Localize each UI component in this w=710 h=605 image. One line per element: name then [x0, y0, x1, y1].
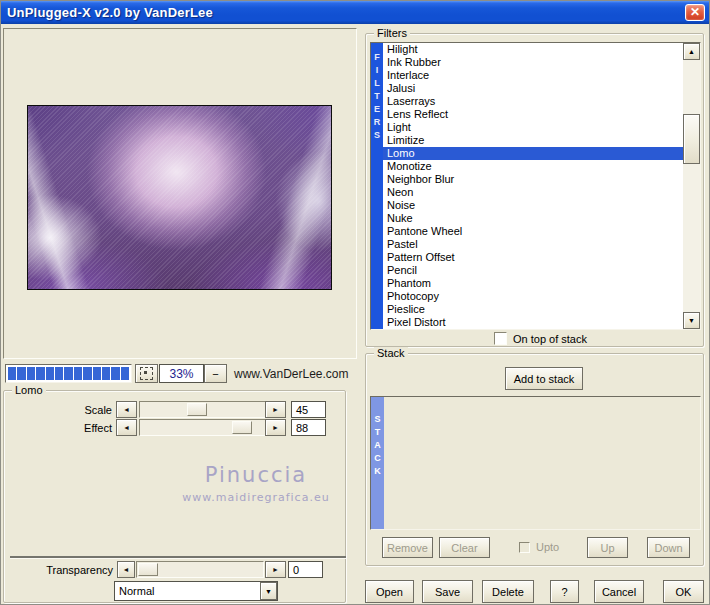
scale-slider-track[interactable] — [139, 401, 266, 418]
progress-segment — [27, 367, 35, 380]
progress-segment — [64, 367, 72, 380]
progress-segment — [46, 367, 54, 380]
scroll-up-icon[interactable]: ▲ — [683, 43, 700, 60]
stack-list[interactable] — [384, 397, 700, 529]
separator-line — [10, 556, 346, 559]
progress-segment — [36, 367, 44, 380]
stack-listbox[interactable]: STACK — [370, 396, 701, 530]
filter-list-item[interactable]: Neon — [383, 186, 683, 199]
effect-decrement-button[interactable]: ◄ — [116, 419, 137, 436]
filter-list-item[interactable]: Phantom — [383, 277, 683, 290]
ok-button[interactable]: OK — [663, 580, 704, 603]
transparency-value-input[interactable]: 0 — [288, 561, 323, 578]
filter-list-item[interactable]: Monotize — [383, 160, 683, 173]
scale-decrement-button[interactable]: ◄ — [116, 401, 137, 418]
watermark-site: www.maidiregrafica.eu — [151, 491, 361, 504]
effect-increment-button[interactable]: ► — [265, 419, 286, 436]
scale-label: Scale — [4, 404, 112, 416]
progress-segment — [102, 367, 110, 380]
marquee-icon — [140, 367, 153, 380]
filter-list-item[interactable]: Interlace — [383, 69, 683, 82]
filter-list-item[interactable]: Ink Rubber — [383, 56, 683, 69]
down-button[interactable]: Down — [647, 537, 690, 558]
scroll-down-icon[interactable]: ▼ — [683, 312, 700, 329]
scale-slider-thumb[interactable] — [187, 403, 207, 416]
upto-checkbox[interactable] — [519, 542, 530, 553]
upto-option[interactable]: Upto — [519, 541, 559, 553]
filter-list-item[interactable]: Lens Reflect — [383, 108, 683, 121]
stack-vertical-tab: STACK — [371, 397, 384, 529]
on-top-of-stack-option[interactable]: On top of stack — [494, 332, 587, 345]
filter-list-item[interactable]: Lomo — [383, 147, 683, 160]
stack-group: Stack Add to stack STACK Remove Clear Up… — [365, 353, 704, 566]
filter-list-item[interactable]: Pastel — [383, 238, 683, 251]
filter-list[interactable]: HilightInk RubberInterlaceJalusiLaserray… — [383, 43, 683, 329]
progress-segment — [17, 367, 25, 380]
scrollbar-thumb[interactable] — [683, 114, 700, 164]
filters-scrollbar[interactable]: ▲ ▼ — [683, 43, 700, 329]
effect-slider-track[interactable] — [139, 419, 266, 436]
progress-segment — [93, 367, 101, 380]
filters-group-label: Filters — [374, 27, 410, 39]
filters-vertical-tab: FILTERS — [371, 43, 383, 329]
unplugged-x-dialog: UnPlugged-X v2.0 by VanDerLee ✕ 33% − ww… — [0, 0, 710, 605]
filter-list-item[interactable]: Pieslice — [383, 303, 683, 316]
preview-panel[interactable] — [3, 28, 357, 359]
open-button[interactable]: Open — [365, 580, 414, 603]
filter-list-item[interactable]: Pixel Distort — [383, 316, 683, 329]
scale-increment-button[interactable]: ► — [265, 401, 286, 418]
chevron-down-icon[interactable]: ▼ — [260, 582, 277, 600]
scale-value-input[interactable]: 45 — [291, 401, 326, 418]
filter-list-item[interactable]: Pencil — [383, 264, 683, 277]
title-bar[interactable]: UnPlugged-X v2.0 by VanDerLee ✕ — [1, 1, 709, 24]
filter-list-item[interactable]: Limitize — [383, 134, 683, 147]
effect-slider-thumb[interactable] — [232, 421, 252, 434]
add-to-stack-button[interactable]: Add to stack — [505, 367, 583, 390]
transparency-decrement-button[interactable]: ◄ — [117, 561, 135, 578]
zoom-out-button[interactable]: − — [204, 364, 227, 383]
delete-button[interactable]: Delete — [482, 580, 534, 603]
close-icon[interactable]: ✕ — [685, 4, 705, 21]
filter-list-item[interactable]: Neighbor Blur — [383, 173, 683, 186]
save-button[interactable]: Save — [422, 580, 473, 603]
filter-list-item[interactable]: Jalusi — [383, 82, 683, 95]
filter-list-item[interactable]: Pattern Offset — [383, 251, 683, 264]
filters-listbox: FILTERS HilightInk RubberInterlaceJalusi… — [370, 42, 701, 330]
transparency-increment-button[interactable]: ► — [265, 561, 286, 578]
progress-segment — [74, 367, 82, 380]
filter-list-item[interactable]: Nuke — [383, 212, 683, 225]
zoom-level[interactable]: 33% — [159, 364, 204, 383]
transparency-slider-thumb[interactable] — [138, 563, 158, 576]
transparency-slider-track[interactable] — [136, 561, 264, 578]
help-button[interactable]: ? — [550, 580, 579, 603]
up-button[interactable]: Up — [587, 537, 628, 558]
filters-group: Filters FILTERS HilightInk RubberInterla… — [365, 33, 704, 347]
effect-label: Effect — [4, 422, 112, 434]
remove-button[interactable]: Remove — [382, 537, 433, 558]
vanderlee-link[interactable]: www.VanDerLee.com — [234, 367, 349, 381]
clear-button[interactable]: Clear — [439, 537, 490, 558]
preview-select-button[interactable] — [135, 364, 158, 383]
progress-segment — [8, 367, 16, 380]
progress-segment — [111, 367, 119, 380]
cancel-button[interactable]: Cancel — [594, 580, 644, 603]
filter-list-item[interactable]: Light — [383, 121, 683, 134]
blend-mode-dropdown[interactable]: Normal ▼ — [114, 581, 278, 601]
progress-segment — [121, 367, 129, 380]
progress-segment — [83, 367, 91, 380]
effect-value-input[interactable]: 88 — [291, 419, 326, 436]
upto-label: Upto — [536, 541, 559, 553]
progress-segment — [55, 367, 63, 380]
filter-list-item[interactable]: Hilight — [383, 43, 683, 56]
filter-list-item[interactable]: Noise — [383, 199, 683, 212]
transparency-label: Transparency — [1, 564, 113, 576]
on-top-of-stack-checkbox[interactable] — [494, 332, 507, 345]
filter-list-item[interactable]: Laserrays — [383, 95, 683, 108]
filter-list-item[interactable]: Photocopy — [383, 290, 683, 303]
filter-list-item[interactable]: Pantone Wheel — [383, 225, 683, 238]
preview-image[interactable] — [27, 105, 332, 290]
on-top-of-stack-label: On top of stack — [513, 333, 587, 345]
stack-group-label: Stack — [374, 347, 408, 359]
filter-params-group-label: Lomo — [12, 384, 46, 396]
window-title: UnPlugged-X v2.0 by VanDerLee — [7, 5, 213, 20]
